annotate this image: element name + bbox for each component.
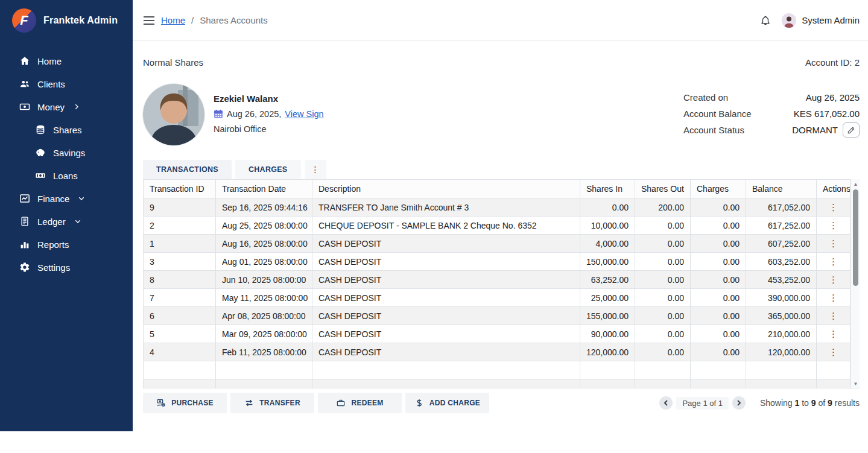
cell-transaction-date: Jun 10, 2025 08:00:00 — [216, 271, 312, 289]
table-footer: PURCHASETRANSFERREDEEMADD CHARGE Page 1 … — [143, 393, 860, 413]
cell-transaction-date: Feb 11, 2025 08:00:00 — [216, 343, 312, 361]
empty-table-row — [144, 361, 851, 379]
user-menu[interactable]: System Admin — [782, 13, 860, 28]
prev-page-button[interactable] — [659, 396, 673, 410]
cell-transaction-date: Mar 09, 2025 08:00:00 — [216, 325, 312, 343]
sidebar-item-finance[interactable]: Finance — [0, 187, 133, 210]
table-row: 5Mar 09, 2025 08:00:00CASH DEPOSIT90,000… — [144, 325, 851, 343]
settings-icon — [19, 262, 30, 273]
redeem-button[interactable]: REDEEM — [318, 393, 402, 413]
results-text: results — [832, 398, 860, 408]
cell-charges: 0.00 — [691, 307, 746, 325]
next-page-button[interactable] — [732, 396, 746, 410]
scrollbar-thumb[interactable] — [853, 189, 858, 286]
brand: F Franktek Admin — [0, 0, 133, 39]
client-details: Ezekiel Walanx Aug 26, 2025, View Sign N… — [214, 84, 324, 145]
sidebar-item-label: Money — [37, 102, 65, 112]
cell-transaction-id: 3 — [144, 253, 216, 271]
tab-transactions[interactable]: TRANSACTIONS — [143, 160, 232, 179]
empty-cell — [144, 379, 216, 389]
row-actions-menu-icon[interactable]: ⋮ — [817, 307, 851, 325]
shares-icon — [35, 124, 46, 135]
cell-charges: 0.00 — [691, 253, 746, 271]
table-row: 3Aug 01, 2025 08:00:00CASH DEPOSIT150,00… — [144, 253, 851, 271]
table-scrollbar[interactable]: ▲ ▼ — [851, 179, 860, 388]
cell-description: TRANSFER TO Jane Smith Account # 3 — [312, 198, 580, 217]
account-info-row: Account BalanceKES 617,052.00 — [683, 106, 860, 121]
column-header-transaction-date: Transaction Date — [216, 180, 312, 198]
row-actions-menu-icon[interactable]: ⋮ — [817, 198, 851, 217]
cell-transaction-id: 9 — [144, 198, 216, 217]
empty-table-row — [144, 379, 851, 389]
sidebar-item-loans[interactable]: Loans — [0, 164, 133, 187]
scroll-up-icon[interactable]: ▲ — [851, 180, 860, 188]
user-name: System Admin — [802, 15, 860, 25]
sidebar-item-ledger[interactable]: Ledger — [0, 210, 133, 233]
row-actions-menu-icon[interactable]: ⋮ — [817, 217, 851, 235]
cell-shares-out: 0.00 — [635, 235, 691, 253]
table-row: 6Apr 08, 2025 08:00:00CASH DEPOSIT155,00… — [144, 307, 851, 325]
sidebar-item-money[interactable]: Money — [0, 95, 133, 118]
sidebar-item-savings[interactable]: Savings — [0, 141, 133, 164]
table-row: 8Jun 10, 2025 08:00:00CASH DEPOSIT63,252… — [144, 271, 851, 289]
row-actions-menu-icon[interactable]: ⋮ — [817, 289, 851, 307]
cell-shares-in: 63,252.00 — [580, 271, 635, 289]
table-row: 4Feb 11, 2025 08:00:00CASH DEPOSIT120,00… — [144, 343, 851, 361]
add-charge-button[interactable]: ADD CHARGE — [405, 393, 489, 413]
pagination: Page 1 of 1 Showing 1 to 9 of 9 results — [659, 396, 860, 410]
cell-transaction-id: 5 — [144, 325, 216, 343]
cell-transaction-id: 8 — [144, 271, 216, 289]
cell-shares-in: 0.00 — [580, 198, 635, 217]
tab-bar: TRANSACTIONSCHARGES⋮ — [143, 160, 860, 179]
column-header-charges: Charges — [691, 180, 746, 198]
cell-shares-in: 120,000.00 — [580, 343, 635, 361]
cell-shares-out: 0.00 — [635, 289, 691, 307]
edit-status-button[interactable] — [843, 122, 860, 138]
menu-toggle-icon[interactable] — [143, 16, 155, 25]
empty-cell — [691, 361, 746, 379]
tab-charges[interactable]: CHARGES — [235, 160, 301, 179]
info-value: DORMANT — [792, 122, 860, 138]
cell-charges: 0.00 — [691, 271, 746, 289]
cell-shares-in: 10,000.00 — [580, 217, 635, 235]
cell-charges: 0.00 — [691, 325, 746, 343]
sidebar-item-home[interactable]: Home — [0, 49, 133, 72]
tab-overflow-menu[interactable]: ⋮ — [305, 160, 326, 179]
notifications-bell-icon[interactable] — [760, 14, 771, 27]
cell-description: CHEQUE DEPOSIT - SAMPLE BANK 2 Cheque No… — [312, 217, 580, 235]
finance-icon — [19, 193, 30, 204]
view-sign-link[interactable]: View Sign — [285, 109, 323, 119]
sidebar-item-clients[interactable]: Clients — [0, 72, 133, 95]
column-header-balance: Balance — [746, 180, 817, 198]
transfer-button[interactable]: TRANSFER — [230, 393, 314, 413]
row-actions-menu-icon[interactable]: ⋮ — [817, 271, 851, 289]
empty-cell — [580, 379, 635, 389]
sidebar-item-label: Clients — [37, 79, 65, 89]
row-actions-menu-icon[interactable]: ⋮ — [817, 235, 851, 253]
sidebar-item-label: Reports — [37, 239, 69, 250]
button-label: TRANSFER — [259, 399, 300, 407]
row-actions-menu-icon[interactable]: ⋮ — [817, 253, 851, 271]
sidebar-item-shares[interactable]: Shares — [0, 118, 133, 141]
empty-cell — [216, 361, 312, 379]
info-value: Aug 26, 2025 — [806, 92, 860, 103]
row-actions-menu-icon[interactable]: ⋮ — [817, 343, 851, 361]
purchase-button[interactable]: PURCHASE — [143, 393, 227, 413]
cell-transaction-date: May 11, 2025 08:00:00 — [216, 289, 312, 307]
cell-balance: 607,252.00 — [746, 235, 817, 253]
info-value-text: KES 617,052.00 — [794, 109, 860, 119]
empty-cell — [635, 379, 691, 389]
breadcrumb: Home / Shares Accounts — [143, 15, 268, 25]
reports-icon — [19, 239, 30, 250]
sidebar-item-settings[interactable]: Settings — [0, 256, 133, 279]
row-actions-menu-icon[interactable]: ⋮ — [817, 325, 851, 343]
results-number: 9 — [828, 398, 832, 408]
empty-cell — [817, 379, 851, 389]
cell-charges: 0.00 — [691, 198, 746, 217]
cell-balance: 210,000.00 — [746, 325, 817, 343]
breadcrumb-home-link[interactable]: Home — [161, 15, 185, 25]
results-text: to — [799, 398, 811, 408]
sidebar-item-reports[interactable]: Reports — [0, 233, 133, 256]
page-title: Normal Shares — [143, 57, 203, 68]
scroll-down-icon[interactable]: ▼ — [851, 379, 860, 388]
